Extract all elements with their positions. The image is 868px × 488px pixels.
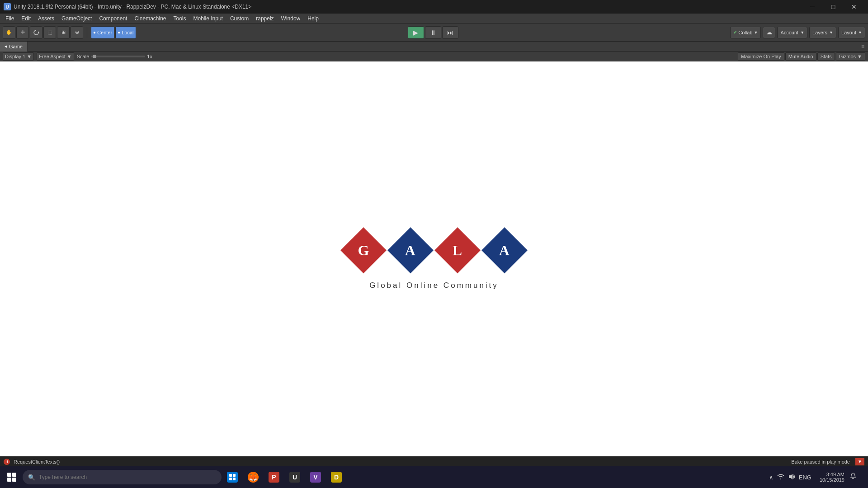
menu-assets[interactable]: Assets (34, 14, 58, 23)
aspect-dropdown[interactable]: Free Aspect ▼ (37, 52, 74, 61)
system-tray: ∧ ENG 3:49 AM 10/15/2019 (765, 467, 866, 487)
move-tool[interactable]: ✛ (16, 26, 29, 39)
taskbar-search[interactable]: 🔍 (23, 470, 222, 484)
account-arrow-icon: ▼ (800, 30, 804, 35)
diamond-g: G (340, 227, 387, 273)
scale-text-label: Scale (77, 54, 90, 59)
app-p-button[interactable]: P (264, 467, 284, 487)
minimize-button[interactable]: ─ (802, 0, 823, 14)
menu-edit[interactable]: Edit (18, 14, 34, 23)
display-dropdown[interactable]: Display 1 ▼ (3, 52, 34, 61)
tray-up-arrow-icon[interactable]: ∧ (769, 474, 774, 481)
letter-l: L (453, 242, 462, 259)
separator-1 (87, 27, 87, 38)
title-bar: U Unity 2018.1.9f2 Personal (64bit) - In… (0, 0, 868, 14)
letter-a2: A (499, 242, 509, 258)
unity-button[interactable]: U (285, 467, 305, 487)
windows-logo-icon (7, 473, 16, 482)
pause-button[interactable]: ⏸ (425, 26, 441, 39)
game-tab-arrow: ◂ (5, 43, 7, 49)
search-input[interactable] (39, 474, 216, 480)
account-dropdown[interactable]: Account ▼ (777, 27, 807, 38)
layers-arrow-icon: ▼ (829, 30, 833, 35)
menu-file[interactable]: File (2, 14, 18, 23)
play-controls: ▶ ⏸ ⏭ (408, 26, 458, 39)
tab-bar: ◂ Game ≡ (0, 42, 868, 52)
menu-custom[interactable]: Custom (226, 14, 252, 23)
svg-rect-2 (233, 474, 236, 477)
menu-mobile-input[interactable]: Mobile Input (190, 14, 226, 23)
search-icon: 🔍 (28, 474, 35, 481)
close-button[interactable]: ✕ (844, 0, 864, 14)
error-indicator: ℹ (4, 459, 10, 465)
menu-tools[interactable]: Tools (170, 14, 190, 23)
display-arrow-icon: ▼ (27, 54, 32, 59)
local-label: Local (122, 30, 133, 35)
maximize-button[interactable]: □ (823, 0, 844, 14)
task-view-button[interactable] (222, 467, 242, 487)
tray-lang-label[interactable]: ENG (799, 474, 811, 481)
aspect-label: Free Aspect (39, 54, 66, 59)
collab-arrow-icon: ▼ (754, 30, 758, 35)
maximize-on-play-button[interactable]: Maximize On Play (738, 52, 784, 61)
collab-checkmark: ✔ (733, 30, 737, 35)
tab-settings-icon[interactable]: ≡ (858, 43, 868, 50)
custom-editor-tool[interactable]: ⊕ (71, 26, 83, 39)
center-label: Center (97, 30, 112, 35)
menu-window[interactable]: Window (278, 14, 304, 23)
app-p-icon: P (269, 472, 279, 483)
rect-tool[interactable]: ⬚ (43, 26, 56, 39)
visual-studio-button[interactable]: V (306, 467, 326, 487)
transform-tools: ✋ ✛ ⬚ ⊞ ⊕ (3, 26, 83, 39)
step-button[interactable]: ⏭ (442, 26, 458, 39)
start-button[interactable] (2, 467, 22, 487)
status-bar-collapse-button[interactable]: ▼ (855, 458, 864, 465)
layout-arrow-icon: ▼ (858, 30, 862, 35)
game-view: G A L (0, 61, 868, 456)
local-button[interactable]: ● Local (115, 26, 136, 39)
play-button[interactable]: ▶ (408, 26, 424, 39)
layers-dropdown[interactable]: Layers ▼ (809, 27, 836, 38)
aspect-arrow-icon: ▼ (67, 54, 72, 59)
transform-tool[interactable]: ⊞ (57, 26, 70, 39)
rotate-tool[interactable] (30, 26, 42, 39)
task-view-icon (227, 472, 238, 483)
tray-wifi-icon[interactable] (777, 474, 784, 481)
notification-icon[interactable] (849, 472, 857, 482)
menu-rappelz[interactable]: rappelz (252, 14, 277, 23)
firefox-button[interactable]: 🦊 (243, 467, 263, 487)
game-canvas: G A L (0, 61, 868, 456)
collab-button[interactable]: ✔ Collab ▼ (730, 27, 761, 38)
show-desktop-button[interactable] (859, 467, 863, 487)
collapse-icon: ▼ (858, 459, 862, 464)
main-content: ◂ Game ≡ Display 1 ▼ Free Aspect ▼ Scale… (0, 42, 868, 466)
status-text: RequestClientTexts() (14, 459, 60, 465)
menu-gameobject[interactable]: GameObject (58, 14, 95, 23)
svg-rect-4 (233, 478, 236, 480)
diamond-a2-container: A (482, 228, 527, 273)
menu-component[interactable]: Component (95, 14, 131, 23)
toolbar: ✋ ✛ ⬚ ⊞ ⊕ ● Center ● Local ▶ ⏸ ⏭ ✔ Colla… (0, 23, 868, 42)
gizmos-button[interactable]: Gizmos ▼ (836, 52, 865, 61)
mute-audio-button[interactable]: Mute Audio (785, 52, 816, 61)
scale-value-label: 1x (147, 54, 152, 59)
letter-a1: A (405, 242, 415, 258)
stats-button[interactable]: Stats (817, 52, 835, 61)
account-label: Account (780, 30, 798, 35)
status-message: ℹ RequestClientTexts() (4, 459, 788, 465)
center-button[interactable]: ● Center (91, 26, 114, 39)
window-controls: ─ □ ✕ (802, 0, 864, 14)
hand-tool[interactable]: ✋ (3, 26, 15, 39)
collab-label: Collab (738, 30, 752, 35)
scale-slider[interactable] (91, 56, 145, 57)
cloud-button[interactable]: ☁ (763, 27, 775, 38)
app-d-button[interactable]: D (326, 467, 346, 487)
layout-dropdown[interactable]: Layout ▼ (838, 27, 865, 38)
game-tab[interactable]: ◂ Game (0, 42, 28, 52)
tray-volume-icon[interactable] (788, 474, 795, 481)
window-title: Unity 2018.1.9f2 Personal (64bit) - Intr… (14, 4, 802, 10)
clock[interactable]: 3:49 AM 10/15/2019 (817, 472, 847, 483)
menu-bar: File Edit Assets GameObject Component Ci… (0, 14, 868, 23)
menu-cinemachine[interactable]: Cinemachine (131, 14, 170, 23)
menu-help[interactable]: Help (304, 14, 322, 23)
